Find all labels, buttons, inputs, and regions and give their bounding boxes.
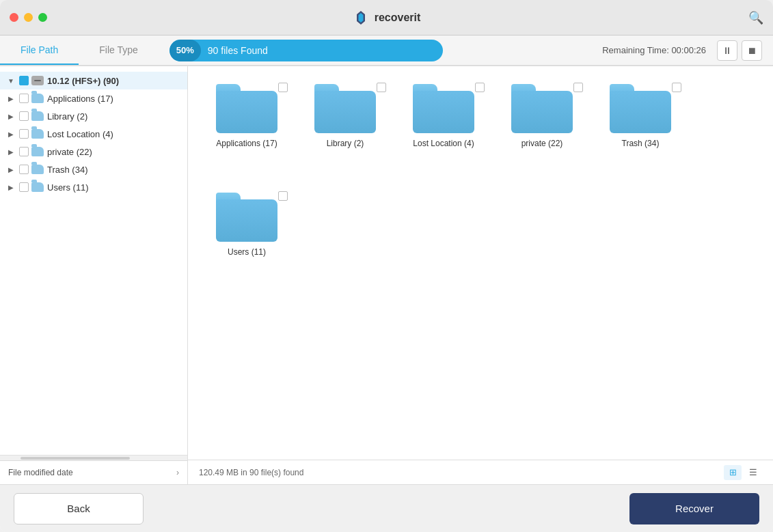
root-label: 10.12 (HFS+) (90) [47, 76, 182, 86]
item-label: Applications (17) [47, 94, 182, 104]
item-label: Trash (34) [47, 165, 182, 175]
item-label: private (22) [47, 147, 182, 157]
file-name: Trash (34) [622, 139, 660, 150]
folder-icon [31, 129, 44, 139]
file-checkbox[interactable] [278, 191, 288, 201]
item-checkbox[interactable] [19, 129, 29, 139]
app-name: recoverit [375, 12, 421, 24]
file-checkbox[interactable] [377, 83, 386, 92]
folder-icon [216, 84, 277, 133]
tree-root[interactable]: ▼ 10.12 (HFS+) (90) [0, 72, 187, 89]
minimize-button[interactable] [24, 13, 33, 22]
footer-label: File modified date [8, 468, 73, 477]
file-grid: Applications (17) Library (2) [188, 66, 773, 460]
folder-icon [216, 193, 277, 242]
progress-bar: 50% 90 files Found [169, 40, 443, 61]
sidebar: ▼ 10.12 (HFS+) (90) ▶ Applications (17) … [0, 66, 188, 484]
stop-button[interactable]: ⏹ [742, 40, 762, 61]
file-count-info: 120.49 MB in 90 file(s) found [199, 468, 303, 477]
close-button[interactable] [10, 13, 18, 22]
logo-icon [353, 10, 369, 26]
bottom-bar: Back Recover [0, 484, 773, 532]
file-item-users[interactable]: Users (11) [199, 186, 295, 292]
back-button[interactable]: Back [14, 493, 144, 524]
file-checkbox[interactable] [278, 83, 288, 92]
folder-icon [31, 182, 44, 192]
file-name: private (22) [521, 139, 563, 150]
tab-file-path[interactable]: File Path [0, 36, 79, 65]
file-checkbox[interactable] [573, 83, 583, 92]
search-icon[interactable]: 🔍 [748, 10, 763, 25]
list-view-button[interactable]: ☰ [744, 465, 762, 480]
tree-item-library[interactable]: ▶ Library (2) [0, 107, 187, 125]
pause-button[interactable]: ⏸ [717, 40, 737, 61]
file-item-private[interactable]: private (22) [494, 77, 590, 183]
expand-icon[interactable]: ▶ [5, 93, 16, 104]
item-checkbox[interactable] [19, 111, 29, 121]
item-label: Library (2) [47, 111, 182, 122]
folder-icon [610, 84, 671, 133]
expand-icon[interactable]: ▶ [5, 128, 16, 139]
file-name: Lost Location (4) [413, 139, 474, 150]
item-checkbox[interactable] [19, 182, 29, 192]
app-logo: recoverit [353, 10, 421, 26]
file-name: Applications (17) [216, 139, 277, 150]
tree-item-users[interactable]: ▶ Users (11) [0, 178, 187, 196]
folder-icon [31, 165, 44, 174]
file-name: Library (2) [327, 139, 364, 150]
hdd-icon [31, 76, 44, 85]
expand-icon[interactable]: ▶ [5, 146, 16, 157]
content-area: ▼ 10.12 (HFS+) (90) ▶ Applications (17) … [0, 66, 773, 484]
folder-icon [31, 94, 44, 103]
file-name: Users (11) [228, 247, 266, 258]
folder-icon [413, 84, 474, 133]
tree-item-lost-location[interactable]: ▶ Lost Location (4) [0, 125, 187, 143]
item-checkbox[interactable] [19, 147, 29, 156]
tree-item-trash[interactable]: ▶ Trash (34) [0, 160, 187, 178]
item-label: Users (11) [47, 182, 182, 193]
status-bar: 120.49 MB in 90 file(s) found ⊞ ☰ [188, 460, 773, 484]
titlebar: recoverit 🔍 [0, 0, 773, 36]
chevron-right-icon: › [176, 468, 179, 477]
expand-icon[interactable]: ▶ [5, 164, 16, 175]
app-body: File Path File Type 50% 90 files Found R… [0, 36, 773, 532]
file-item-trash[interactable]: Trash (34) [593, 77, 688, 183]
sidebar-footer[interactable]: File modified date › [0, 460, 187, 484]
remaining-time: Remaining Time: 00:00:26 [602, 45, 706, 55]
expand-icon[interactable]: ▶ [5, 111, 16, 122]
expand-icon[interactable]: ▼ [5, 75, 16, 86]
file-grid-content: Applications (17) Library (2) [199, 77, 762, 292]
root-checkbox[interactable] [19, 76, 29, 85]
item-label: Lost Location (4) [47, 129, 182, 139]
folder-icon [511, 84, 573, 133]
progress-percentage: 50% [169, 40, 201, 61]
tree-item-private[interactable]: ▶ private (22) [0, 143, 187, 160]
tree-item-applications[interactable]: ▶ Applications (17) [0, 89, 187, 107]
file-item-lost-location[interactable]: Lost Location (4) [396, 77, 491, 183]
tab-file-type[interactable]: File Type [79, 36, 159, 65]
expand-icon[interactable]: ▶ [5, 182, 16, 193]
item-checkbox[interactable] [19, 94, 29, 103]
maximize-button[interactable] [38, 13, 47, 22]
recover-button[interactable]: Recover [629, 493, 759, 524]
files-found-label: 90 files Found [201, 45, 268, 56]
folder-icon [31, 111, 44, 121]
file-checkbox[interactable] [475, 83, 485, 92]
traffic-lights [10, 13, 47, 22]
file-item-library[interactable]: Library (2) [297, 77, 393, 183]
grid-view-button[interactable]: ⊞ [724, 465, 742, 480]
view-controls: ⏸ ⏹ [717, 40, 762, 61]
item-checkbox[interactable] [19, 165, 29, 174]
folder-icon [314, 84, 376, 133]
view-toggle: ⊞ ☰ [724, 465, 762, 480]
file-item-applications[interactable]: Applications (17) [199, 77, 295, 183]
folder-icon [31, 147, 44, 156]
sidebar-tree: ▼ 10.12 (HFS+) (90) ▶ Applications (17) … [0, 66, 187, 455]
file-checkbox[interactable] [672, 83, 681, 92]
